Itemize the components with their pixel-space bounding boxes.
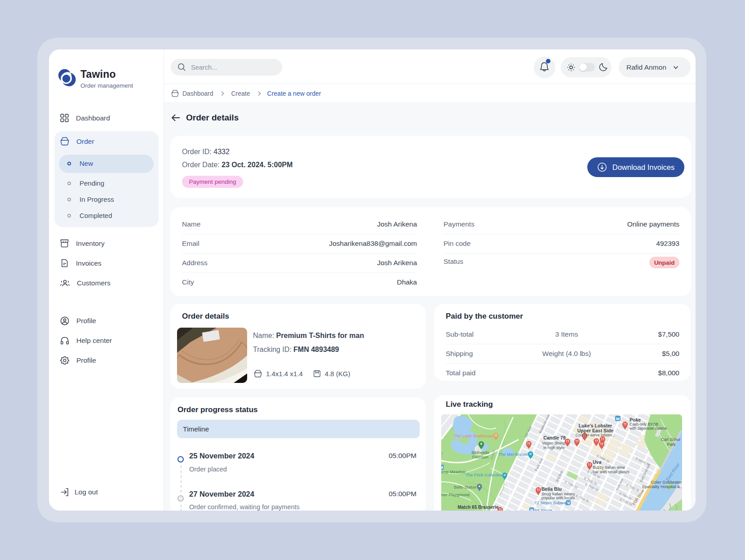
svg-text:bar with small plates: bar with small plates [593, 470, 630, 474]
svg-text:Bethesda: Bethesda [472, 450, 490, 455]
svg-text:Vegan dining: Vegan dining [542, 441, 565, 445]
svg-text:Bella Blu: Bella Blu [541, 486, 562, 492]
svg-text:heep Meadow: heep Meadow [441, 470, 466, 474]
svg-text:Buzzy Italian wine: Buzzy Italian wine [593, 465, 625, 470]
svg-text:M: M [441, 465, 443, 470]
svg-text:68 Street: 68 Street [535, 508, 552, 511]
svg-text:Candle 79: Candle 79 [543, 435, 566, 440]
svg-text:cher Playground: cher Playground [441, 493, 470, 497]
svg-text:M: M [616, 416, 620, 421]
svg-text:The Frick Collection: The Frick Collection [466, 472, 503, 477]
svg-text:Counter-serve lobster...: Counter-serve lobster... [576, 433, 615, 437]
svg-text:Fountain: Fountain [472, 455, 488, 459]
svg-text:The Met Breuer: The Met Breuer [498, 452, 528, 457]
svg-text:The Loeb Boathouse: The Loeb Boathouse [454, 433, 493, 438]
svg-text:with Japanese cuisine: with Japanese cuisine [629, 426, 667, 431]
svg-text:72 Street Subway: 72 Street Subway [534, 500, 568, 505]
svg-text:Balto Statue: Balto Statue [454, 485, 476, 489]
svg-text:Park: Park [667, 442, 676, 447]
svg-text:Match 65 Brasserie: Match 65 Brasserie [457, 505, 499, 510]
svg-text:Carl Schur: Carl Schur [661, 437, 680, 442]
svg-text:popular with locals: popular with locals [541, 496, 575, 500]
svg-text:Uva: Uva [593, 459, 601, 465]
svg-text:Specialty Hospital &...: Specialty Hospital &... [642, 484, 682, 489]
svg-text:in high style: in high style [543, 445, 565, 450]
svg-text:M: M [530, 508, 533, 511]
